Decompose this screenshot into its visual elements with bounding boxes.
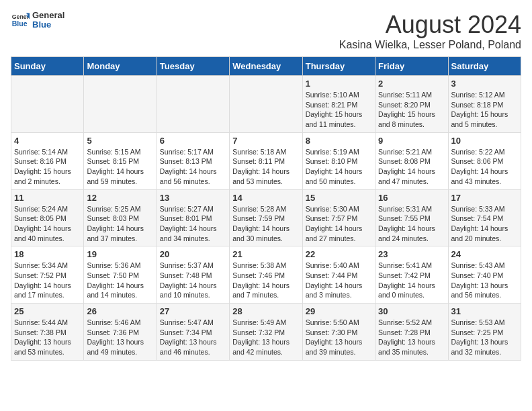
cell-content: Sunrise: 5:50 AM Sunset: 7:30 PM Dayligh… xyxy=(306,318,372,357)
day-number: 31 xyxy=(451,306,518,316)
daylight-text: Daylight: 14 hours and 50 minutes. xyxy=(306,167,363,185)
daylight-text: Daylight: 13 hours and 39 minutes. xyxy=(306,338,363,356)
sunrise-text: Sunrise: 5:10 AM xyxy=(306,91,359,99)
daylight-text: Daylight: 15 hours and 8 minutes. xyxy=(378,110,435,128)
calendar-cell: 18 Sunrise: 5:34 AM Sunset: 7:52 PM Dayl… xyxy=(11,246,84,304)
daylight-text: Daylight: 14 hours and 24 minutes. xyxy=(378,224,435,242)
day-number: 9 xyxy=(378,136,445,146)
day-number: 22 xyxy=(306,249,372,259)
sunset-text: Sunset: 8:15 PM xyxy=(87,157,139,165)
calendar-cell xyxy=(157,76,229,133)
day-number: 25 xyxy=(14,306,81,316)
day-number: 30 xyxy=(378,306,445,316)
sunrise-text: Sunrise: 5:50 AM xyxy=(306,318,359,326)
calendar-cell: 2 Sunrise: 5:11 AM Sunset: 8:20 PM Dayli… xyxy=(375,76,448,133)
sunrise-text: Sunrise: 5:15 AM xyxy=(87,148,140,156)
calendar-week-row: 18 Sunrise: 5:34 AM Sunset: 7:52 PM Dayl… xyxy=(11,246,521,304)
sunrise-text: Sunrise: 5:34 AM xyxy=(14,261,68,269)
day-number: 19 xyxy=(87,249,153,259)
calendar-cell: 26 Sunrise: 5:46 AM Sunset: 7:36 PM Dayl… xyxy=(84,304,157,361)
cell-content: Sunrise: 5:33 AM Sunset: 7:54 PM Dayligh… xyxy=(451,204,518,244)
calendar-cell: 3 Sunrise: 5:12 AM Sunset: 8:18 PM Dayli… xyxy=(448,76,521,133)
main-title: August 2024 xyxy=(339,11,521,39)
weekday-header-wednesday: Wednesday xyxy=(230,57,302,76)
cell-content: Sunrise: 5:37 AM Sunset: 7:48 PM Dayligh… xyxy=(160,261,226,300)
calendar-cell: 31 Sunrise: 5:53 AM Sunset: 7:25 PM Dayl… xyxy=(448,304,521,361)
calendar-cell: 29 Sunrise: 5:50 AM Sunset: 7:30 PM Dayl… xyxy=(302,304,375,361)
sunset-text: Sunset: 7:42 PM xyxy=(378,271,431,279)
calendar-cell: 23 Sunrise: 5:41 AM Sunset: 7:42 PM Dayl… xyxy=(375,246,448,304)
day-number: 13 xyxy=(160,193,226,203)
sunset-text: Sunset: 7:59 PM xyxy=(232,214,285,222)
day-number: 6 xyxy=(160,136,226,146)
calendar-cell: 19 Sunrise: 5:36 AM Sunset: 7:50 PM Dayl… xyxy=(84,246,157,304)
sunset-text: Sunset: 8:03 PM xyxy=(87,214,139,222)
cell-content: Sunrise: 5:47 AM Sunset: 7:34 PM Dayligh… xyxy=(160,318,226,357)
cell-content: Sunrise: 5:30 AM Sunset: 7:57 PM Dayligh… xyxy=(306,204,372,244)
sunrise-text: Sunrise: 5:52 AM xyxy=(378,318,432,326)
sunrise-text: Sunrise: 5:38 AM xyxy=(232,261,286,269)
cell-content: Sunrise: 5:19 AM Sunset: 8:10 PM Dayligh… xyxy=(306,147,372,187)
day-number: 3 xyxy=(451,79,518,89)
calendar-week-row: 4 Sunrise: 5:14 AM Sunset: 8:16 PM Dayli… xyxy=(11,132,521,189)
daylight-text: Daylight: 14 hours and 53 minutes. xyxy=(232,167,290,185)
calendar-table: SundayMondayTuesdayWednesdayThursdayFrid… xyxy=(11,56,521,361)
daylight-text: Daylight: 14 hours and 20 minutes. xyxy=(451,224,508,242)
day-number: 14 xyxy=(232,193,299,203)
calendar-cell: 21 Sunrise: 5:38 AM Sunset: 7:46 PM Dayl… xyxy=(230,246,302,304)
daylight-text: Daylight: 13 hours and 49 minutes. xyxy=(87,338,144,356)
logo-icon: General Blue xyxy=(11,11,30,30)
cell-content: Sunrise: 5:10 AM Sunset: 8:21 PM Dayligh… xyxy=(306,90,372,130)
cell-content: Sunrise: 5:43 AM Sunset: 7:40 PM Dayligh… xyxy=(451,261,518,300)
calendar-cell: 12 Sunrise: 5:25 AM Sunset: 8:03 PM Dayl… xyxy=(84,189,157,246)
daylight-text: Daylight: 14 hours and 3 minutes. xyxy=(306,281,363,300)
title-area: August 2024 Kasina Wielka, Lesser Poland… xyxy=(339,11,521,51)
day-number: 11 xyxy=(14,193,81,203)
logo-blue-text: Blue xyxy=(32,20,64,30)
calendar-cell xyxy=(230,76,302,133)
calendar-cell: 25 Sunrise: 5:44 AM Sunset: 7:38 PM Dayl… xyxy=(11,304,84,361)
sunset-text: Sunset: 7:54 PM xyxy=(451,214,504,222)
sunset-text: Sunset: 8:05 PM xyxy=(14,214,66,222)
sunset-text: Sunset: 8:10 PM xyxy=(306,157,358,165)
weekday-header-saturday: Saturday xyxy=(448,57,521,76)
sunset-text: Sunset: 7:32 PM xyxy=(232,328,285,336)
sunset-text: Sunset: 7:48 PM xyxy=(160,271,212,279)
daylight-text: Daylight: 13 hours and 46 minutes. xyxy=(160,338,217,356)
calendar-cell: 5 Sunrise: 5:15 AM Sunset: 8:15 PM Dayli… xyxy=(84,132,157,189)
calendar-cell: 30 Sunrise: 5:52 AM Sunset: 7:28 PM Dayl… xyxy=(375,304,448,361)
calendar-cell: 9 Sunrise: 5:21 AM Sunset: 8:08 PM Dayli… xyxy=(375,132,448,189)
day-number: 7 xyxy=(232,136,299,146)
daylight-text: Daylight: 14 hours and 0 minutes. xyxy=(378,281,435,300)
sunset-text: Sunset: 7:25 PM xyxy=(451,328,504,336)
daylight-text: Daylight: 13 hours and 32 minutes. xyxy=(451,338,508,356)
sunset-text: Sunset: 7:36 PM xyxy=(87,328,139,336)
cell-content: Sunrise: 5:40 AM Sunset: 7:44 PM Dayligh… xyxy=(306,261,372,300)
sunrise-text: Sunrise: 5:44 AM xyxy=(14,318,68,326)
sunrise-text: Sunrise: 5:33 AM xyxy=(451,205,505,213)
calendar-cell: 20 Sunrise: 5:37 AM Sunset: 7:48 PM Dayl… xyxy=(157,246,229,304)
day-number: 20 xyxy=(160,249,226,259)
weekday-header-thursday: Thursday xyxy=(302,57,375,76)
sunrise-text: Sunrise: 5:47 AM xyxy=(160,318,214,326)
cell-content: Sunrise: 5:11 AM Sunset: 8:20 PM Dayligh… xyxy=(378,90,445,130)
day-number: 1 xyxy=(306,79,372,89)
cell-content: Sunrise: 5:24 AM Sunset: 8:05 PM Dayligh… xyxy=(14,204,81,244)
calendar-cell xyxy=(84,76,157,133)
cell-content: Sunrise: 5:27 AM Sunset: 8:01 PM Dayligh… xyxy=(160,204,226,244)
weekday-header-monday: Monday xyxy=(84,57,157,76)
day-number: 24 xyxy=(451,249,518,259)
sunrise-text: Sunrise: 5:21 AM xyxy=(378,148,432,156)
cell-content: Sunrise: 5:41 AM Sunset: 7:42 PM Dayligh… xyxy=(378,261,445,300)
cell-content: Sunrise: 5:18 AM Sunset: 8:11 PM Dayligh… xyxy=(232,147,299,187)
calendar-cell: 4 Sunrise: 5:14 AM Sunset: 8:16 PM Dayli… xyxy=(11,132,84,189)
sunrise-text: Sunrise: 5:14 AM xyxy=(14,148,68,156)
sunrise-text: Sunrise: 5:24 AM xyxy=(14,205,68,213)
sunrise-text: Sunrise: 5:19 AM xyxy=(306,148,359,156)
calendar-cell: 7 Sunrise: 5:18 AM Sunset: 8:11 PM Dayli… xyxy=(230,132,302,189)
daylight-text: Daylight: 14 hours and 14 minutes. xyxy=(87,281,144,300)
sunrise-text: Sunrise: 5:53 AM xyxy=(451,318,505,326)
daylight-text: Daylight: 14 hours and 40 minutes. xyxy=(14,224,71,242)
cell-content: Sunrise: 5:38 AM Sunset: 7:46 PM Dayligh… xyxy=(232,261,299,300)
weekday-header-friday: Friday xyxy=(375,57,448,76)
